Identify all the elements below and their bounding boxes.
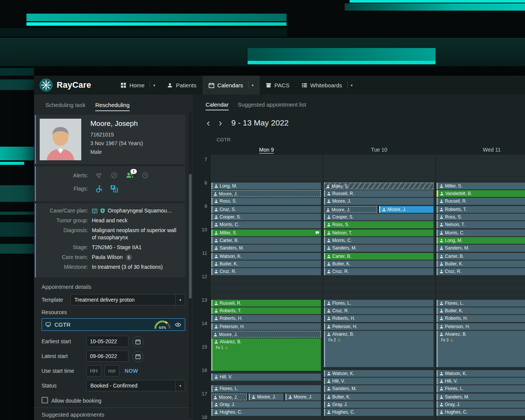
- calendar-event[interactable]: Cruz, R.: [324, 268, 434, 275]
- calendar-event[interactable]: Morris, C.: [437, 229, 525, 236]
- care-team-count-badge[interactable]: 5: [126, 254, 132, 260]
- calendar-event[interactable]: Butler, K.: [437, 307, 525, 314]
- calendar-event[interactable]: Sanders, M.: [437, 394, 525, 400]
- allergy-icon[interactable]: [110, 171, 119, 180]
- calendar-event[interactable]: Sanders, M.: [324, 385, 434, 392]
- calendar-event[interactable]: Cruz, R.: [211, 268, 321, 275]
- calendar-event[interactable]: Ross, S.: [211, 198, 321, 205]
- calendar-event[interactable]: Butler, K.: [211, 260, 321, 267]
- calendar-event[interactable]: Flores, L.: [437, 385, 525, 392]
- calendar-event[interactable]: Hughes, C.: [211, 409, 321, 415]
- calendar-event[interactable]: Cruz, R.: [324, 307, 434, 314]
- calendar-event[interactable]: Butler, K.: [324, 260, 434, 267]
- calendar-event[interactable]: Hill, V.: [437, 378, 525, 384]
- previous-week-button[interactable]: ‹: [204, 118, 212, 128]
- latest-start-calendar-button[interactable]: [132, 351, 144, 362]
- calendar-event[interactable]: Roberts, H.: [324, 315, 434, 322]
- calendar-event[interactable]: Hill, V.: [211, 374, 321, 380]
- calendar-event[interactable]: Hill, V.: [324, 378, 434, 384]
- earliest-start-input[interactable]: [86, 336, 129, 347]
- nav-home[interactable]: Home ▾: [115, 76, 161, 95]
- calendar-event[interactable]: Moore, J.: [211, 190, 321, 197]
- calendar-event[interactable]: Carter, B.: [324, 253, 434, 260]
- calendar-event[interactable]: Flores, L.: [437, 300, 525, 307]
- status-select[interactable]: Booked - Confirmed ▾: [86, 380, 185, 391]
- tab-scheduling-task[interactable]: Scheduling task: [45, 102, 85, 111]
- calendar-event[interactable]: Moore, J.: [249, 394, 283, 400]
- calendar-event[interactable]: Cruz, S.: [211, 206, 321, 213]
- day-header[interactable]: Mon 9: [210, 147, 323, 153]
- day-header[interactable]: Wed 11: [435, 147, 525, 153]
- tab-rescheduling[interactable]: Rescheduling: [95, 102, 130, 111]
- calendar-event[interactable]: Carter, B.: [211, 237, 321, 244]
- care-team-alert-icon[interactable]: 1: [125, 171, 134, 180]
- calendar-event[interactable]: Morris, C.: [324, 237, 434, 244]
- chevron-down-icon[interactable]: ▾: [252, 83, 254, 87]
- calendar-event[interactable]: Russell, R.: [324, 190, 434, 197]
- calendar-event[interactable]: Roberts, H.: [437, 315, 525, 322]
- calendar-event[interactable]: Ross, S.: [437, 214, 525, 220]
- template-select[interactable]: Treatment delivery proton ▾: [70, 294, 185, 305]
- calendar-event[interactable]: Flores, L.: [324, 300, 434, 307]
- tab-calendar[interactable]: Calendar: [206, 101, 229, 110]
- calendar-event[interactable]: Peterson, H.: [437, 323, 525, 330]
- calendar-event[interactable]: Long, M.: [437, 237, 525, 244]
- calendar-event[interactable]: Miller, S.: [324, 183, 434, 189]
- calendar-event[interactable]: Moore, J.: [285, 394, 321, 400]
- chevron-down-icon[interactable]: ▾: [351, 83, 353, 87]
- calendar-event[interactable]: Gray, J.: [437, 401, 525, 408]
- next-week-button[interactable]: ›: [216, 118, 225, 128]
- translate-icon[interactable]: Aa: [110, 184, 119, 193]
- now-link[interactable]: NOW: [125, 368, 138, 374]
- nav-patients[interactable]: Patients: [161, 76, 202, 95]
- calendar-event[interactable]: Cooper, S.: [324, 214, 434, 220]
- calendar-event[interactable]: Alvarez, B.Fx 2⚠: [324, 331, 434, 367]
- calendar-event[interactable]: Butler, K.: [437, 260, 525, 267]
- calendar-event[interactable]: Sanders, M.: [437, 245, 525, 251]
- hour-input[interactable]: [86, 365, 101, 377]
- calendar-event[interactable]: Miller, S.: [211, 229, 321, 236]
- calendar-event[interactable]: Alvarez, B.Fx 3⚠: [437, 331, 525, 367]
- calendar-event[interactable]: Nelson, T.: [437, 221, 525, 228]
- calendar-event[interactable]: Peterson, H.: [211, 323, 321, 330]
- tab-suggested-appointment-list[interactable]: Suggested appointment list: [238, 101, 306, 110]
- latest-start-input[interactable]: [86, 350, 129, 362]
- calendar-event[interactable]: Moore, J.: [379, 206, 434, 213]
- calendar-event[interactable]: Watson, K.: [324, 370, 434, 377]
- history-icon[interactable]: [141, 171, 150, 180]
- calendar-event[interactable]: Moore, J.: [324, 206, 377, 213]
- calendar-event[interactable]: Russell, R.: [437, 198, 525, 205]
- calendar-event[interactable]: Roberts, T.: [211, 307, 321, 314]
- calendar-event[interactable]: Peterson, H.: [324, 323, 434, 330]
- minute-input[interactable]: [104, 365, 119, 377]
- calendar-event[interactable]: Hughes, C.: [324, 409, 434, 415]
- chevron-down-icon[interactable]: ▾: [153, 83, 155, 87]
- pills-icon[interactable]: [94, 171, 103, 180]
- calendar-event[interactable]: Hughes, C.: [437, 409, 525, 415]
- allow-double-booking-checkbox[interactable]: [42, 397, 48, 403]
- wheelchair-icon[interactable]: [94, 184, 103, 193]
- calendar-event[interactable]: Moore, J.: [211, 394, 247, 400]
- calendar-event[interactable]: Moore, J.: [324, 198, 434, 205]
- earliest-start-calendar-button[interactable]: [132, 336, 144, 347]
- calendar-event[interactable]: Long, M.: [211, 183, 321, 189]
- calendar-event[interactable]: Russell, R.: [211, 300, 321, 307]
- calendar-event[interactable]: Cooper, S.: [211, 214, 321, 220]
- day-header[interactable]: Tue 10: [323, 147, 435, 153]
- eye-icon[interactable]: [175, 322, 181, 327]
- calendar-event[interactable]: Gray, J.: [211, 401, 321, 408]
- calendar-event[interactable]: Ross, S.: [324, 221, 434, 228]
- calendar-event[interactable]: Watson, K.: [437, 370, 525, 377]
- calendar-event[interactable]: Miller, S.: [437, 183, 525, 189]
- nav-pacs[interactable]: PACS: [260, 76, 296, 95]
- calendar-event[interactable]: Roberts, T.: [437, 206, 525, 213]
- resource-field[interactable]: CGTR 64%: [42, 318, 185, 331]
- calendar-event[interactable]: Alvarez, B.Fx 1⚠: [211, 338, 321, 371]
- calendar-event[interactable]: Roberts, H.: [211, 315, 321, 322]
- calendar-event[interactable]: Moore, J.: [211, 331, 321, 338]
- nav-calendars[interactable]: Calendars ▾: [203, 76, 260, 95]
- calendar-event[interactable]: Butler, K.: [324, 394, 434, 400]
- panel-scrollbar-thumb[interactable]: [189, 174, 192, 299]
- calendar-event[interactable]: Nelson, T.: [324, 229, 434, 236]
- calendar-event[interactable]: Flores, L.: [211, 385, 321, 392]
